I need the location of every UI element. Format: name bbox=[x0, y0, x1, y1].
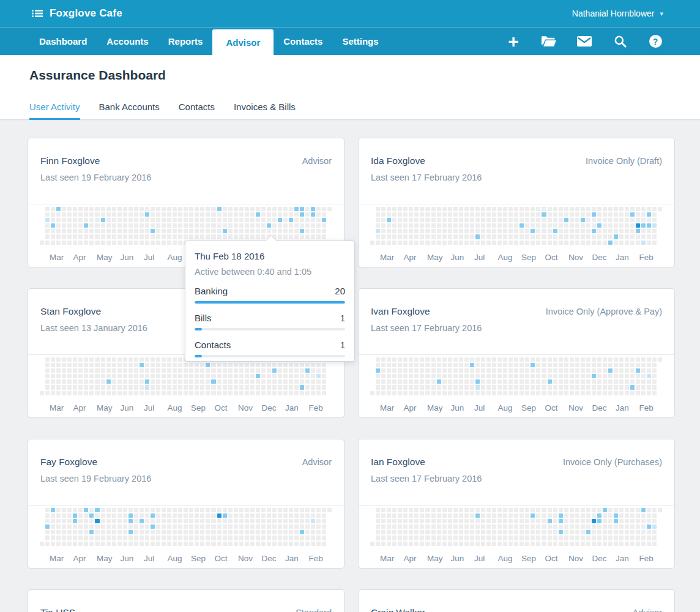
activity-cell[interactable] bbox=[636, 513, 640, 518]
activity-cell[interactable] bbox=[278, 536, 282, 540]
activity-cell[interactable] bbox=[289, 391, 293, 395]
activity-cell[interactable] bbox=[278, 218, 282, 222]
activity-cell[interactable] bbox=[630, 229, 635, 233]
activity-cell[interactable] bbox=[475, 212, 480, 217]
activity-cell[interactable] bbox=[608, 368, 612, 373]
activity-cell[interactable] bbox=[256, 212, 260, 217]
activity-cell[interactable] bbox=[392, 223, 397, 228]
activity-cell[interactable] bbox=[311, 508, 315, 512]
nav-item-reports[interactable]: Reports bbox=[158, 28, 213, 55]
activity-cell[interactable] bbox=[261, 218, 266, 222]
activity-cell[interactable] bbox=[536, 524, 540, 529]
activity-cell[interactable] bbox=[475, 374, 480, 378]
activity-cell[interactable] bbox=[636, 374, 640, 378]
activity-cell[interactable] bbox=[267, 368, 271, 373]
activity-cell[interactable] bbox=[420, 207, 424, 211]
activity-cell[interactable] bbox=[464, 536, 469, 540]
activity-cell[interactable] bbox=[217, 363, 222, 367]
activity-cell[interactable] bbox=[442, 385, 447, 389]
activity-cell[interactable] bbox=[206, 508, 210, 512]
activity-cell[interactable] bbox=[414, 229, 419, 233]
activity-cell[interactable] bbox=[592, 530, 596, 534]
activity-cell[interactable] bbox=[211, 391, 215, 395]
activity-cell[interactable] bbox=[619, 391, 624, 395]
activity-cell[interactable] bbox=[481, 542, 485, 546]
activity-cell[interactable] bbox=[559, 218, 563, 222]
activity-cell[interactable] bbox=[217, 385, 222, 389]
activity-cell[interactable] bbox=[559, 524, 563, 529]
activity-cell[interactable] bbox=[508, 207, 513, 211]
activity-cell[interactable] bbox=[195, 363, 199, 367]
activity-cell[interactable] bbox=[548, 218, 552, 222]
activity-cell[interactable] bbox=[575, 229, 579, 233]
activity-cell[interactable] bbox=[597, 379, 601, 384]
activity-cell[interactable] bbox=[78, 207, 83, 211]
activity-cell[interactable] bbox=[322, 530, 326, 534]
activity-cell[interactable] bbox=[156, 374, 160, 378]
activity-cell[interactable] bbox=[106, 391, 111, 395]
activity-cell[interactable] bbox=[45, 513, 50, 518]
activity-cell[interactable] bbox=[151, 368, 155, 373]
activity-cell[interactable] bbox=[250, 513, 255, 518]
activity-cell[interactable] bbox=[519, 357, 524, 362]
activity-cell[interactable] bbox=[294, 218, 299, 222]
activity-cell[interactable] bbox=[289, 218, 293, 222]
activity-cell[interactable] bbox=[245, 368, 249, 373]
activity-cell[interactable] bbox=[45, 229, 50, 233]
activity-cell[interactable] bbox=[184, 363, 188, 367]
activity-cell[interactable] bbox=[178, 218, 182, 222]
activity-cell[interactable] bbox=[145, 379, 149, 384]
activity-cell[interactable] bbox=[112, 519, 116, 523]
activity-cell[interactable] bbox=[575, 513, 579, 518]
activity-cell[interactable] bbox=[156, 385, 160, 389]
activity-cell[interactable] bbox=[223, 519, 227, 523]
activity-cell[interactable] bbox=[95, 368, 99, 373]
activity-cell[interactable] bbox=[56, 212, 61, 217]
activity-cell[interactable] bbox=[652, 513, 657, 518]
activity-cell[interactable] bbox=[101, 363, 105, 367]
activity-cell[interactable] bbox=[403, 212, 408, 217]
activity-cell[interactable] bbox=[448, 218, 452, 222]
activity-cell[interactable] bbox=[151, 212, 155, 217]
activity-cell[interactable] bbox=[300, 542, 304, 546]
activity-cell[interactable] bbox=[123, 368, 127, 373]
activity-cell[interactable] bbox=[156, 379, 160, 384]
activity-cell[interactable] bbox=[73, 363, 77, 367]
activity-cell[interactable] bbox=[652, 207, 657, 211]
activity-cell[interactable] bbox=[56, 241, 61, 245]
activity-cell[interactable] bbox=[525, 513, 529, 518]
activity-cell[interactable] bbox=[652, 536, 657, 540]
activity-cell[interactable] bbox=[305, 363, 310, 367]
activity-cell[interactable] bbox=[162, 234, 166, 239]
activity-cell[interactable] bbox=[95, 357, 99, 362]
activity-cell[interactable] bbox=[223, 218, 227, 222]
activity-cell[interactable] bbox=[272, 207, 277, 211]
activity-cell[interactable] bbox=[581, 542, 585, 546]
activity-cell[interactable] bbox=[173, 207, 177, 211]
activity-cell[interactable] bbox=[619, 519, 624, 523]
activity-cell[interactable] bbox=[481, 357, 485, 362]
activity-cell[interactable] bbox=[614, 391, 618, 395]
activity-cell[interactable] bbox=[608, 530, 612, 534]
activity-cell[interactable] bbox=[117, 234, 122, 239]
activity-cell[interactable] bbox=[608, 391, 612, 395]
activity-cell[interactable] bbox=[167, 524, 171, 529]
activity-cell[interactable] bbox=[250, 524, 255, 529]
activity-cell[interactable] bbox=[117, 218, 122, 222]
activity-cell[interactable] bbox=[398, 218, 402, 222]
activity-cell[interactable] bbox=[425, 234, 430, 239]
activity-cell[interactable] bbox=[178, 374, 182, 378]
activity-cell[interactable] bbox=[508, 229, 513, 233]
activity-cell[interactable] bbox=[570, 536, 574, 540]
activity-cell[interactable] bbox=[316, 363, 321, 367]
activity-cell[interactable] bbox=[78, 508, 83, 512]
activity-cell[interactable] bbox=[442, 218, 447, 222]
activity-cell[interactable] bbox=[387, 374, 391, 378]
activity-cell[interactable] bbox=[56, 530, 61, 534]
activity-cell[interactable] bbox=[425, 374, 430, 378]
activity-cell[interactable] bbox=[581, 374, 585, 378]
activity-cell[interactable] bbox=[234, 212, 238, 217]
activity-cell[interactable] bbox=[145, 542, 149, 546]
activity-cell[interactable] bbox=[492, 508, 496, 512]
activity-cell[interactable] bbox=[134, 234, 138, 239]
